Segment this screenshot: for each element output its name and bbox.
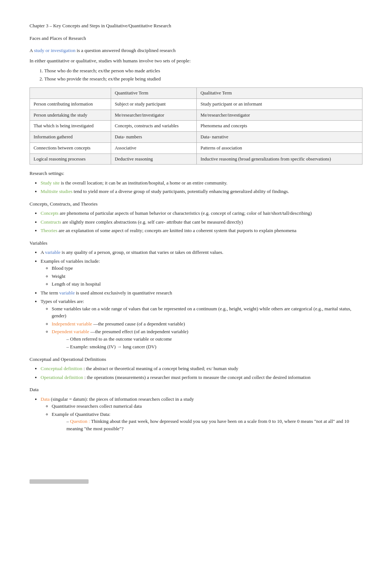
list-item: Conceptual definition : the abstract or … <box>41 365 362 372</box>
table-cell: Data- numbers <box>111 132 196 143</box>
table-cell: Study participant or an informant <box>197 99 362 110</box>
table-cell: Inductive reasoning (broad generalizatio… <box>197 154 362 165</box>
concepts-link[interactable]: Concepts <box>41 210 58 216</box>
list-item: The term variable is used almost exclusi… <box>41 289 362 297</box>
list-item: Types of variables are: Some variables t… <box>41 298 362 351</box>
numbered-list: Those who do the research; ex/the person… <box>44 67 362 82</box>
list-item: Some variables take on a wide range of v… <box>52 305 362 320</box>
types-sublist: Some variables take on a wide range of v… <box>52 305 362 351</box>
table-row: Information gathered Data- numbers Data-… <box>30 132 362 143</box>
research-settings-header: Research settings: <box>30 170 362 177</box>
table-row: Quantitative Term Qualitative Term <box>30 88 362 99</box>
example-label: Example of Quantitative Data: <box>52 411 110 417</box>
cod-list: Conceptual definition : the abstract or … <box>41 365 362 381</box>
study-investigation-link[interactable]: study or investigation <box>34 48 76 53</box>
list-item: Those who do the research; ex/the person… <box>44 67 362 75</box>
table-cell: Concepts, constructs and variables <box>111 121 196 132</box>
list-item: Question : Thinking about the past week,… <box>66 418 362 432</box>
list-item: Operational definition : the operations … <box>41 374 362 381</box>
list-item: Concepts are phenomena of particular asp… <box>41 210 362 217</box>
list-item: Data (singular = datum): the pieces of i… <box>41 396 362 432</box>
variable2-prefix: The term <box>41 290 59 296</box>
table-cell: Me/researcher/investigator <box>111 110 196 121</box>
variable-prefix: A <box>41 249 45 255</box>
chapter-title: Chapter 3 – Key Concepts and Steps in Qu… <box>30 22 362 30</box>
list-item: Blood type <box>52 265 362 272</box>
table-cell: Qualitative Term <box>197 88 362 99</box>
data-link[interactable]: Data <box>41 396 50 402</box>
table-row: Logical reasoning processes Deductive re… <box>30 154 362 165</box>
cct-header: Concepts, Constructs, and Theories <box>30 200 362 208</box>
list-item: Constructs are slightly more complex abs… <box>41 218 362 226</box>
data-list: Data (singular = datum): the pieces of i… <box>41 396 362 432</box>
multisite-link[interactable]: Multisite studies <box>41 189 72 194</box>
study-site-link[interactable]: Study site <box>41 180 60 186</box>
list-item: Study site is the overall location; it c… <box>41 179 362 187</box>
list-item: Theories are an explanation of some aspe… <box>41 227 362 234</box>
theories-text: are an explanation of some aspect of rea… <box>59 228 296 233</box>
table-cell: Data- narrative <box>197 132 362 143</box>
dependent-text: —the presumed effect (of an independent … <box>90 329 188 334</box>
cod-header: Conceptual and Operational Definitions <box>30 356 362 363</box>
examples-sublist: Blood type Weight Length of stay in hosp… <box>52 265 362 288</box>
conceptual-def-link[interactable]: Conceptual definition <box>41 366 82 371</box>
section-title: Faces and Places of Research <box>30 35 362 42</box>
conceptual-def-text: : the abstract or theoretical meaning of… <box>83 366 238 371</box>
research-settings-list: Study site is the overall location; it c… <box>41 179 362 195</box>
list-item: Example: smoking (IV) → lung cancer (DV) <box>66 343 362 351</box>
list-item: Independent variable —the presumed cause… <box>52 320 362 328</box>
table-cell <box>30 88 111 99</box>
variable-text: is any quality of a person, group, or si… <box>62 249 223 255</box>
table-cell: Phenomena and concepts <box>197 121 362 132</box>
list-item: Often referred to as the outcome variabl… <box>66 335 362 343</box>
comparison-table: Quantitative Term Qualitative Term Perso… <box>30 87 362 165</box>
independent-text: —the presumed cause (of a dependent vari… <box>93 321 185 327</box>
dependent-variable-link[interactable]: Dependent variable <box>52 329 89 334</box>
dependent-sublist: Often referred to as the outcome variabl… <box>66 335 362 351</box>
examples-label: Examples of variables include: <box>41 258 100 264</box>
table-row: Connections between concepts Associative… <box>30 142 362 154</box>
list-item: Example of Quantitative Data: Question :… <box>52 411 362 432</box>
table-cell: Patterns of association <box>197 142 362 154</box>
concepts-text: are phenomena of particular aspects of h… <box>60 210 312 216</box>
intro-line1: A study or investigation is a question a… <box>30 47 362 54</box>
list-item: A variable is any quality of a person, g… <box>41 249 362 256</box>
list-item: Length of stay in hospital <box>52 280 362 288</box>
list-item: Dependent variable —the presumed effect … <box>52 328 362 351</box>
bottom-area <box>30 454 362 484</box>
list-item: Multisite studies tend to yield more of … <box>41 188 362 195</box>
table-row: Person contributing information Subject … <box>30 99 362 110</box>
study-site-text: is the overall location; it can be an in… <box>61 180 227 186</box>
types-label: Types of variables are: <box>41 299 84 304</box>
variable2-link[interactable]: variable <box>59 290 75 296</box>
variables-list: A variable is any quality of a person, g… <box>41 249 362 351</box>
operational-def-link[interactable]: Operational definition <box>41 375 83 380</box>
multisite-text: tend to yield more of a diverse group of… <box>74 189 289 194</box>
list-item: Quantitative researchers collect numeric… <box>52 403 362 410</box>
independent-variable-link[interactable]: Independent variable <box>52 321 92 327</box>
variable2-text: is used almost exclusively in quantitati… <box>76 290 172 296</box>
question-text: Thinking about the past week, how depres… <box>66 418 349 431</box>
bottom-bar <box>30 479 89 484</box>
list-item: Examples of variables include: Blood typ… <box>41 258 362 288</box>
operational-def-text: : the operations (measurements) a resear… <box>84 375 310 380</box>
list-item: Weight <box>52 273 362 280</box>
list-item: Those who provide the research; ex/the p… <box>44 75 362 83</box>
intro-suffix: is a question answered through disciplin… <box>77 48 176 53</box>
table-cell: Associative <box>111 142 196 154</box>
constructs-link[interactable]: Constructs <box>41 219 61 225</box>
table-cell: Logical reasoning processes <box>30 154 111 165</box>
theories-link[interactable]: Theories <box>41 228 57 233</box>
question-link[interactable]: Question : <box>70 418 90 424</box>
cct-list: Concepts are phenomena of particular asp… <box>41 210 362 234</box>
table-cell: Quantitative Term <box>111 88 196 99</box>
table-cell: Me/researcher/investigator <box>197 110 362 121</box>
table-row: That which is being investigated Concept… <box>30 121 362 132</box>
table-row: Person undertaking the study Me/research… <box>30 110 362 121</box>
constructs-text: are slightly more complex abstractions (… <box>62 219 243 225</box>
intro-prefix: A <box>30 48 33 53</box>
variable-link[interactable]: variable <box>45 249 61 255</box>
data-header: Data <box>30 386 362 393</box>
table-cell: Person contributing information <box>30 99 111 110</box>
data-text: (singular = datum): the pieces of inform… <box>51 396 194 402</box>
